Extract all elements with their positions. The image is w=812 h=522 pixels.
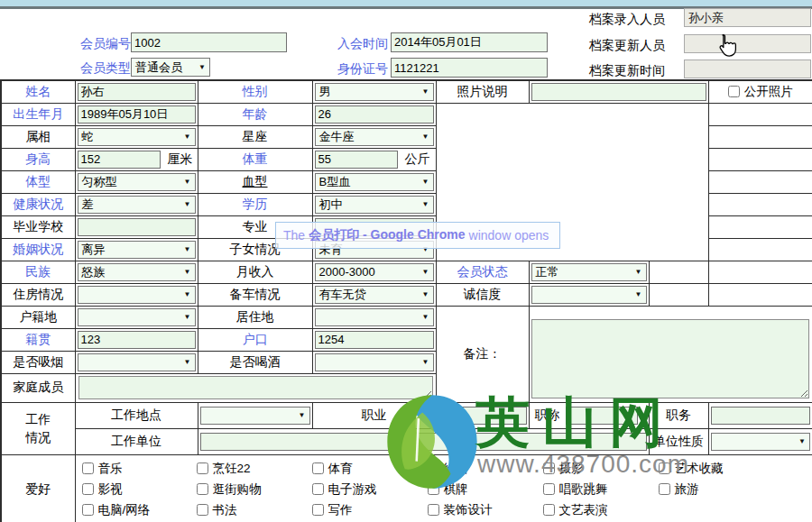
drinking-label: 是否喝酒 bbox=[198, 351, 312, 373]
hobby-checkbox[interactable] bbox=[659, 483, 670, 495]
residence-select[interactable]: ▼ bbox=[315, 308, 434, 326]
hobby-checkbox[interactable] bbox=[82, 462, 94, 474]
hobby-item[interactable]: 艺术收藏 bbox=[659, 461, 812, 477]
empty-cell bbox=[708, 261, 812, 283]
height-unit: 厘米 bbox=[168, 151, 193, 168]
update-time-field[interactable] bbox=[684, 60, 811, 78]
hobby-item[interactable]: 音乐 bbox=[82, 461, 197, 477]
blood-type-select[interactable]: B型血▼ bbox=[315, 173, 434, 191]
hobby-checkbox[interactable] bbox=[428, 504, 439, 516]
hobby-item[interactable]: 体育 bbox=[312, 461, 428, 477]
residence-label: 居住地 bbox=[198, 306, 312, 328]
member-no-input[interactable] bbox=[131, 32, 287, 52]
public-photo-option[interactable]: 公开照片 bbox=[709, 84, 812, 100]
housing-select[interactable]: ▼ bbox=[78, 286, 196, 304]
member-status-select[interactable]: 正常▼ bbox=[531, 263, 647, 281]
hobby-checkbox[interactable] bbox=[312, 483, 324, 495]
name-label: 姓名 bbox=[1, 80, 75, 103]
hobby-item[interactable]: 电脑/网络 bbox=[82, 502, 197, 518]
constellation-label: 星座 bbox=[198, 125, 312, 148]
unit-type-label: 单位性质 bbox=[649, 428, 708, 454]
hobby-checkbox[interactable] bbox=[82, 504, 94, 516]
car-label: 备车情况 bbox=[198, 283, 312, 306]
member-type-select[interactable]: 普通会员▼ bbox=[131, 58, 210, 77]
hobby-item[interactable]: 旅游 bbox=[659, 481, 812, 498]
remarks-textarea[interactable] bbox=[531, 319, 809, 398]
education-select[interactable]: 初中▼ bbox=[315, 196, 434, 214]
chevron-down-icon: ▼ bbox=[422, 314, 429, 321]
hobby-checkbox[interactable] bbox=[312, 504, 324, 516]
hobby-checkbox[interactable] bbox=[543, 462, 555, 474]
gender-select[interactable]: 男▼ bbox=[315, 83, 434, 101]
hobby-item[interactable]: 影视 bbox=[82, 481, 197, 498]
height-label: 身高 bbox=[1, 148, 75, 170]
hobby-checkbox[interactable] bbox=[543, 483, 555, 495]
ethnic-select[interactable]: 怒族▼ bbox=[78, 263, 196, 281]
hobby-grid: 音乐 烹饪22 体育 绘画 摄影 艺术收藏 影视 逛街购物 电子游戏 棋牌 唱歌… bbox=[76, 455, 812, 522]
hobby-checkbox[interactable] bbox=[312, 462, 324, 474]
occupation-input[interactable] bbox=[438, 407, 527, 425]
drinking-select[interactable]: ▼ bbox=[315, 353, 434, 371]
credit-select[interactable]: ▼ bbox=[531, 286, 647, 304]
join-time-input[interactable] bbox=[391, 32, 548, 52]
position-input[interactable] bbox=[711, 407, 811, 425]
work-section-label: 工作情况 bbox=[1, 402, 75, 454]
unit-type-select[interactable]: ▼ bbox=[711, 433, 811, 451]
remarks-label: 备注： bbox=[436, 306, 529, 402]
id-number-input[interactable] bbox=[391, 58, 548, 78]
hobby-checkbox[interactable] bbox=[543, 504, 555, 516]
weight-input[interactable] bbox=[315, 151, 398, 169]
entry-person-field[interactable] bbox=[684, 8, 811, 27]
income-select[interactable]: 2000-3000▼ bbox=[315, 263, 434, 281]
member-form-table: 姓名 性别 男▼ 照片说明 公开照片 出生年月 年龄 属相 蛇▼ 星座 金牛座▼… bbox=[0, 79, 812, 522]
hobby-item[interactable]: 写作 bbox=[312, 502, 428, 518]
update-person-label: 档案更新人员 bbox=[577, 38, 665, 54]
hobby-item[interactable]: 书法 bbox=[197, 502, 312, 518]
work-unit-input[interactable] bbox=[200, 433, 647, 451]
hobby-checkbox[interactable] bbox=[428, 483, 439, 495]
hobby-checkbox[interactable] bbox=[82, 483, 94, 495]
marriage-select[interactable]: 离异▼ bbox=[78, 241, 196, 259]
chevron-down-icon: ▼ bbox=[184, 201, 191, 208]
hobby-item[interactable]: 电子游戏 bbox=[312, 481, 428, 498]
native-place-input[interactable] bbox=[78, 331, 196, 349]
hobby-item[interactable]: 装饰设计 bbox=[428, 502, 543, 518]
zodiac-select[interactable]: 蛇▼ bbox=[78, 128, 196, 146]
hobby-checkbox[interactable] bbox=[197, 483, 208, 495]
school-input[interactable] bbox=[78, 218, 196, 236]
hobby-item[interactable]: 唱歌跳舞 bbox=[543, 481, 659, 498]
join-time-label: 入会时间 bbox=[334, 36, 388, 52]
car-select[interactable]: 有车无贷▼ bbox=[315, 286, 434, 304]
birth-input[interactable] bbox=[78, 105, 196, 124]
family-label: 家庭成员 bbox=[1, 373, 75, 402]
work-place-select[interactable]: ▼ bbox=[200, 407, 310, 425]
update-person-field[interactable] bbox=[684, 34, 811, 53]
hobby-item[interactable]: 绘画 bbox=[428, 461, 543, 477]
photo-desc-input[interactable] bbox=[531, 83, 706, 101]
hobby-checkbox[interactable] bbox=[197, 462, 208, 474]
age-input[interactable] bbox=[315, 105, 434, 124]
health-select[interactable]: 差▼ bbox=[78, 196, 196, 214]
job-title-input[interactable] bbox=[566, 407, 638, 425]
hobby-item[interactable]: 逛街购物 bbox=[197, 481, 312, 498]
chevron-down-icon: ▼ bbox=[422, 88, 429, 96]
hobby-checkbox[interactable] bbox=[659, 462, 670, 474]
name-input[interactable] bbox=[78, 83, 196, 101]
public-photo-checkbox[interactable] bbox=[728, 86, 740, 97]
hobby-checkbox[interactable] bbox=[428, 462, 439, 474]
hukou-input[interactable] bbox=[315, 331, 434, 349]
family-textarea[interactable] bbox=[78, 376, 433, 399]
hobby-checkbox[interactable] bbox=[197, 504, 208, 516]
hobby-item[interactable]: 棋牌 bbox=[428, 481, 543, 498]
hobby-item[interactable]: 烹饪22 bbox=[197, 461, 312, 477]
gender-label: 性别 bbox=[198, 80, 312, 103]
id-number-label: 身份证号 bbox=[334, 61, 388, 78]
work-place-label: 工作地点 bbox=[75, 402, 198, 428]
registry-select[interactable]: ▼ bbox=[78, 308, 196, 326]
hobby-item[interactable]: 摄影 bbox=[543, 461, 659, 477]
body-type-select[interactable]: 匀称型▼ bbox=[78, 173, 196, 191]
hobby-item[interactable]: 文艺表演 bbox=[543, 502, 659, 518]
constellation-select[interactable]: 金牛座▼ bbox=[315, 128, 434, 146]
height-input[interactable] bbox=[78, 151, 161, 169]
smoking-select[interactable]: ▼ bbox=[78, 353, 196, 371]
